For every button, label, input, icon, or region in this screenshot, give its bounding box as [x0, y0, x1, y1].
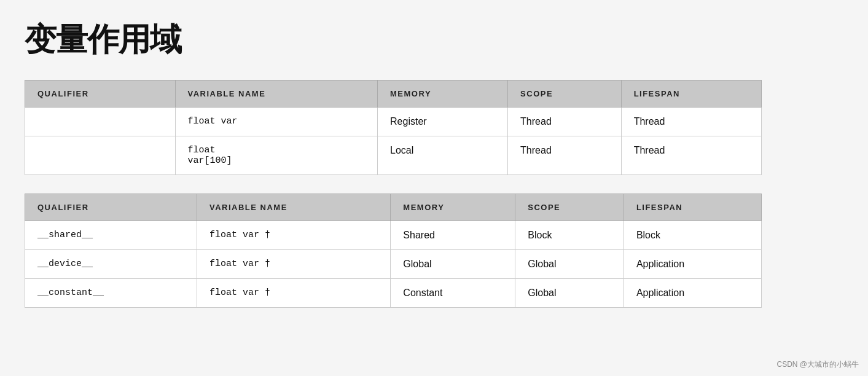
- table-row: __constant__ float var † Constant Global…: [25, 279, 762, 308]
- cell-varname: float var †: [197, 279, 390, 308]
- cell-memory: Shared: [391, 221, 515, 250]
- col-memory-2: MEMORY: [391, 194, 515, 221]
- cell-lifespan: Thread: [621, 136, 761, 175]
- col-qualifier-2: QUALIFIER: [25, 194, 197, 221]
- cell-varname: float var †: [197, 221, 390, 250]
- cell-memory: Local: [378, 136, 508, 175]
- cell-scope: Global: [515, 279, 624, 308]
- page-container: 变量作用域 QUALIFIER VARIABLE NAME MEMORY SCO…: [0, 0, 868, 376]
- page-title: 变量作用域: [25, 18, 843, 61]
- table-row: __device__ float var † Global Global App…: [25, 250, 762, 279]
- cell-varname: float var: [175, 108, 378, 136]
- cell-scope: Block: [515, 221, 624, 250]
- col-qualifier-1: QUALIFIER: [25, 80, 176, 108]
- cell-lifespan: Application: [624, 250, 761, 279]
- table-section-2: QUALIFIER VARIABLE NAME MEMORY SCOPE LIF…: [25, 194, 843, 308]
- table-2: QUALIFIER VARIABLE NAME MEMORY SCOPE LIF…: [25, 194, 762, 308]
- col-varname-2: VARIABLE NAME: [197, 194, 390, 221]
- cell-qualifier: __device__: [25, 250, 197, 279]
- col-scope-2: SCOPE: [515, 194, 624, 221]
- col-memory-1: MEMORY: [378, 80, 508, 108]
- table-row: float var Register Thread Thread: [25, 108, 762, 136]
- cell-scope: Thread: [508, 136, 622, 175]
- cell-varname: float var †: [197, 250, 390, 279]
- cell-qualifier: __shared__: [25, 221, 197, 250]
- table-1-header-row: QUALIFIER VARIABLE NAME MEMORY SCOPE LIF…: [25, 80, 762, 108]
- watermark: CSDN @大城市的小蜗牛: [776, 359, 859, 370]
- table-row: floatvar[100] Local Thread Thread: [25, 136, 762, 175]
- col-scope-1: SCOPE: [508, 80, 622, 108]
- cell-varname: floatvar[100]: [175, 136, 378, 175]
- col-varname-1: VARIABLE NAME: [175, 80, 378, 108]
- cell-qualifier: [25, 108, 176, 136]
- table-2-header-row: QUALIFIER VARIABLE NAME MEMORY SCOPE LIF…: [25, 194, 762, 221]
- col-lifespan-2: LIFESPAN: [624, 194, 761, 221]
- cell-memory: Constant: [391, 279, 515, 308]
- cell-qualifier: __constant__: [25, 279, 197, 308]
- cell-scope: Thread: [508, 108, 622, 136]
- cell-memory: Register: [378, 108, 508, 136]
- cell-lifespan: Application: [624, 279, 761, 308]
- table-row: __shared__ float var † Shared Block Bloc…: [25, 221, 762, 250]
- table-section-1: QUALIFIER VARIABLE NAME MEMORY SCOPE LIF…: [25, 80, 843, 175]
- col-lifespan-1: LIFESPAN: [621, 80, 761, 108]
- cell-memory: Global: [391, 250, 515, 279]
- table-1: QUALIFIER VARIABLE NAME MEMORY SCOPE LIF…: [25, 80, 762, 175]
- cell-scope: Global: [515, 250, 624, 279]
- cell-lifespan: Block: [624, 221, 761, 250]
- cell-qualifier: [25, 136, 176, 175]
- cell-lifespan: Thread: [621, 108, 761, 136]
